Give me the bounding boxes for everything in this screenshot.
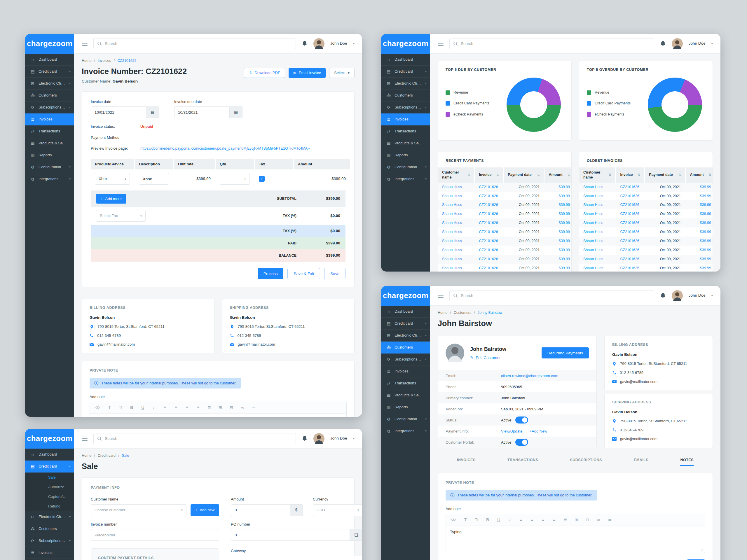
invoice-number-input[interactable] bbox=[91, 529, 219, 541]
customer-link[interactable]: Shaun Huss bbox=[579, 183, 615, 192]
user-name[interactable]: John Doe bbox=[330, 436, 347, 441]
add-new-customer-button[interactable]: + Add new bbox=[190, 504, 219, 516]
column-header[interactable]: Invoice ⇅ bbox=[616, 167, 644, 183]
customer-link[interactable]: Shaun Huss bbox=[579, 201, 615, 209]
customer-link[interactable]: Shaun Huss bbox=[579, 264, 615, 272]
invoice-link[interactable]: CZ2101626 bbox=[616, 218, 644, 228]
user-name[interactable]: John Doe bbox=[330, 41, 347, 46]
chevron-down-icon[interactable]: ▾ bbox=[711, 293, 713, 298]
user-avatar[interactable] bbox=[672, 38, 683, 49]
invoice-link[interactable]: CZ2101626 bbox=[475, 192, 503, 201]
customer-link[interactable]: Shaun Huss bbox=[438, 255, 474, 264]
menu-icon[interactable] bbox=[82, 42, 87, 46]
sidebar-item-reports[interactable]: ▥ Reports bbox=[381, 149, 430, 161]
breadcrumb-item[interactable]: Home bbox=[438, 310, 447, 315]
insert-image-icon[interactable]: ⊞ bbox=[574, 517, 578, 523]
bold-icon[interactable]: B bbox=[486, 517, 490, 523]
sidebar-item-credit-card[interactable]: ▤ Credit card ▾ bbox=[381, 65, 430, 78]
invoice-link[interactable]: CZ2101626 bbox=[616, 201, 644, 209]
sidebar-item-reports[interactable]: ▥ Reports bbox=[381, 401, 430, 413]
amount-link[interactable]: $39.99 bbox=[544, 255, 572, 264]
amount-link[interactable]: $39.99 bbox=[686, 209, 713, 218]
sidebar-subitem-sale[interactable]: Sale bbox=[25, 473, 74, 482]
sidebar-item-electronic-check[interactable]: ⊟ Electronic Check ▾ bbox=[381, 78, 430, 89]
customer-link[interactable]: Shaun Huss bbox=[438, 264, 474, 272]
sidebar-item-customers[interactable]: ⁂ Customers bbox=[381, 342, 430, 353]
sidebar-item-products[interactable]: ▦ Products & Services bbox=[381, 137, 430, 149]
search-input[interactable] bbox=[449, 38, 654, 49]
download-pdf-button[interactable]: ⇩ Download PDF bbox=[244, 68, 285, 78]
invoice-link[interactable]: CZ2101626 bbox=[616, 209, 644, 218]
edit-customer-link[interactable]: ✎ Edit Customer bbox=[470, 355, 506, 361]
document-icon[interactable]: ❏ bbox=[350, 529, 362, 541]
sidebar-item-credit-card[interactable]: ▤ Credit card ▾ bbox=[25, 65, 74, 78]
portal-toggle[interactable] bbox=[515, 439, 528, 446]
sidebar-item-dashboard[interactable]: ⌂ Dashboard bbox=[381, 306, 430, 318]
search-input[interactable] bbox=[93, 433, 296, 444]
sidebar-item-credit-card[interactable]: ▤ Credit card ▾ bbox=[381, 318, 430, 329]
gateway-select[interactable]: NMI ▾ bbox=[231, 556, 362, 560]
customer-link[interactable]: Shaun Huss bbox=[438, 192, 474, 201]
customer-link[interactable]: Shaun Huss bbox=[579, 192, 615, 201]
sidebar-item-customers[interactable]: ⁂ Customers bbox=[25, 89, 74, 102]
tab[interactable]: NOTES bbox=[680, 458, 694, 466]
invoice-link[interactable]: CZ2101626 bbox=[616, 255, 644, 264]
amount-link[interactable]: $39.99 bbox=[544, 192, 572, 201]
amount-link[interactable]: $39.99 bbox=[686, 237, 713, 246]
insert-image-icon[interactable]: ⊞ bbox=[218, 405, 222, 410]
amount-link[interactable]: $39.99 bbox=[544, 183, 572, 192]
title-icon[interactable]: T bbox=[463, 517, 467, 523]
search-input[interactable] bbox=[449, 290, 654, 301]
tab[interactable]: TRANSACTIONS bbox=[508, 458, 538, 466]
po-number-input[interactable] bbox=[231, 529, 350, 541]
underline-icon[interactable]: U bbox=[140, 405, 145, 410]
breadcrumb-item[interactable]: Home bbox=[82, 58, 91, 63]
save-button[interactable]: Save bbox=[324, 268, 345, 279]
invoice-link[interactable]: CZ2101626 bbox=[475, 237, 503, 246]
customer-link[interactable]: Shaun Huss bbox=[438, 237, 474, 246]
column-header[interactable]: Amount ⇅ bbox=[686, 167, 713, 183]
customer-link[interactable]: Shaun Huss bbox=[438, 246, 474, 255]
align-right-icon[interactable]: ≡ bbox=[185, 405, 189, 410]
column-header[interactable]: Invoice ⇅ bbox=[475, 167, 503, 183]
invoice-link[interactable]: CZ2101626 bbox=[475, 218, 503, 228]
amount-link[interactable]: $39.99 bbox=[544, 218, 572, 228]
amount-link[interactable]: $39.99 bbox=[686, 228, 713, 237]
email-invoice-button[interactable]: ✉ Email invoice bbox=[289, 68, 326, 78]
sidebar-item-dashboard[interactable]: ⌂ Dashboard bbox=[381, 54, 430, 65]
customer-link[interactable]: Shaun Huss bbox=[579, 228, 615, 237]
list-icon[interactable]: ≔ bbox=[608, 517, 612, 523]
sidebar-item-integrations[interactable]: ⧉ Integrations ▾ bbox=[381, 173, 430, 185]
due-date-input[interactable] bbox=[174, 106, 230, 118]
customer-email-link[interactable]: alisen.rowland@chargezoom.com bbox=[501, 373, 589, 379]
select-tax-dropdown[interactable]: Select Tax ▾ bbox=[96, 210, 146, 222]
customer-link[interactable]: Shaun Huss bbox=[579, 255, 615, 264]
process-button[interactable]: Process bbox=[258, 268, 284, 279]
sidebar-subitem-authorize[interactable]: Authorize bbox=[25, 482, 74, 492]
italic-icon[interactable]: I bbox=[152, 405, 156, 410]
tab[interactable]: EMAILS bbox=[634, 458, 648, 466]
note-textarea[interactable]: Typing bbox=[90, 414, 346, 417]
sidebar-item-subscriptions[interactable]: ⟳ Subscriptions&Plans ▾ bbox=[381, 353, 430, 366]
select-dropdown-button[interactable]: Select ▾ bbox=[329, 68, 355, 78]
status-toggle[interactable] bbox=[515, 417, 528, 424]
add-more-item-button[interactable]: + Add more bbox=[96, 194, 126, 204]
insert-file-icon[interactable]: ⊟ bbox=[229, 405, 233, 410]
code-icon[interactable]: </> bbox=[95, 405, 100, 410]
customer-link[interactable]: Shaun Huss bbox=[579, 218, 615, 228]
invoice-link[interactable]: CZ2101626 bbox=[475, 264, 503, 272]
chevron-down-icon[interactable]: ▾ bbox=[353, 436, 355, 441]
amount-link[interactable]: $39.99 bbox=[544, 246, 572, 255]
align-left-icon[interactable]: ≡ bbox=[519, 517, 523, 523]
sidebar-item-customers[interactable]: ⁂ Customers bbox=[25, 523, 74, 535]
align-justify-icon[interactable]: ≡ bbox=[196, 405, 200, 410]
amount-link[interactable]: $39.99 bbox=[686, 218, 713, 228]
preview-page-link[interactable]: https://qbonlinedemo.payportal.com/custo… bbox=[140, 146, 345, 151]
breadcrumb-item[interactable]: Customers bbox=[454, 310, 471, 315]
invoice-link[interactable]: CZ2101626 bbox=[616, 246, 644, 255]
sidebar-item-dashboard[interactable]: ⌂ Dashboard bbox=[25, 54, 74, 65]
customer-link[interactable]: Shaun Huss bbox=[579, 246, 615, 255]
search-input[interactable] bbox=[93, 38, 296, 49]
user-avatar[interactable] bbox=[313, 433, 325, 444]
sidebar-item-electronic-check[interactable]: ⊟ Electronic Check ▾ bbox=[381, 329, 430, 342]
